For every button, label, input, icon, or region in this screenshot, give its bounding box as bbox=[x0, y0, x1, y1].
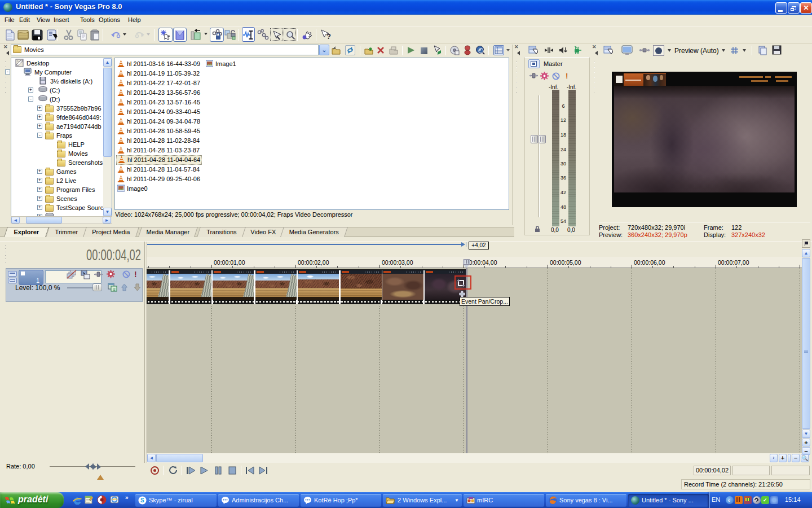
svg-text:?: ? bbox=[326, 32, 331, 41]
svg-text:α: α bbox=[113, 287, 116, 292]
svg-text:S: S bbox=[140, 497, 144, 503]
